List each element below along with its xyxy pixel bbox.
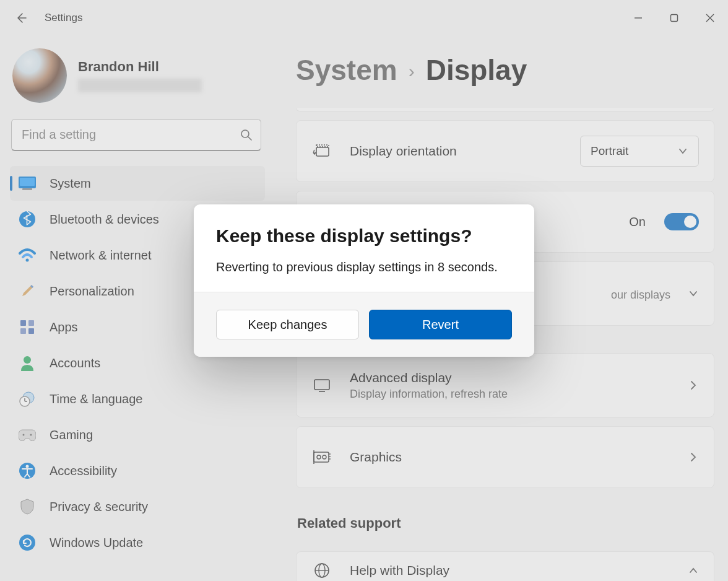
- confirm-display-dialog: Keep these display settings? Reverting t…: [194, 204, 534, 357]
- revert-button[interactable]: Revert: [369, 310, 512, 339]
- keep-changes-button[interactable]: Keep changes: [216, 310, 359, 339]
- dialog-text: Reverting to previous display settings i…: [216, 260, 512, 274]
- dialog-countdown: 8: [438, 260, 444, 274]
- dialog-title: Keep these display settings?: [216, 225, 512, 247]
- dialog-layer: Keep these display settings? Reverting t…: [0, 0, 728, 581]
